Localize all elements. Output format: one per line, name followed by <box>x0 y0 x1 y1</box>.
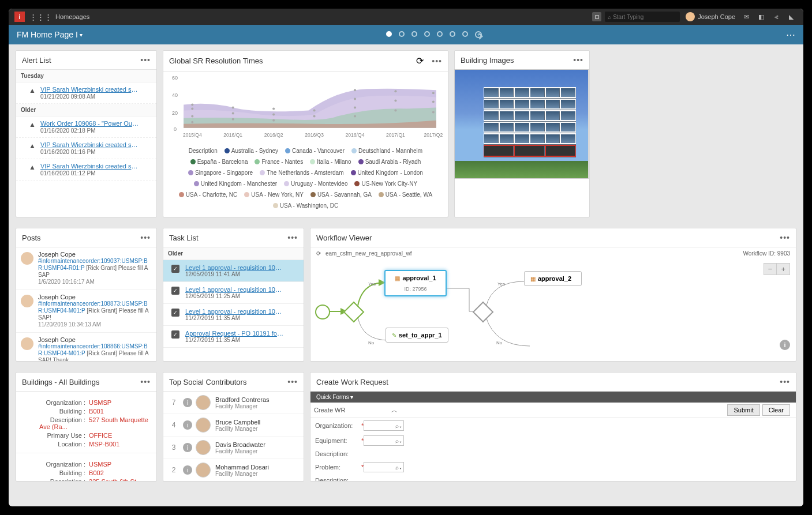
legend-item[interactable]: USA - Seattle, WA <box>379 191 432 198</box>
page-dot[interactable] <box>424 31 430 37</box>
user-menu[interactable]: Joseph Cope <box>686 12 735 21</box>
widget-menu-icon[interactable]: ••• <box>432 57 442 66</box>
homepages-link[interactable]: Homepages <box>55 13 89 20</box>
post-text[interactable]: #informaintenanceorder:108866:USMSP:BR:U… <box>38 343 151 362</box>
legend-item[interactable]: USA - Savannah, GA <box>310 191 372 198</box>
mail-icon[interactable]: ✉ <box>740 12 753 22</box>
legend-item[interactable]: Australia - Sydney <box>224 148 278 154</box>
legend-item[interactable]: Saudi Arabia - Riyadh <box>358 159 421 165</box>
org-lookup[interactable]: ⌕▾ <box>364 420 404 431</box>
page-dots[interactable]: + <box>386 31 482 38</box>
widget-menu-icon[interactable]: ••• <box>287 233 298 242</box>
task-row[interactable]: ✓Level 1 approval - requisition 10305, s… <box>163 260 304 282</box>
post-item[interactable]: Joseph Cope#informaintenanceorder:109037… <box>16 247 156 290</box>
wf-node-approval1[interactable]: ▦approval_1 ID: 27956 <box>384 270 447 296</box>
quick-forms-bar[interactable]: Quick Forms ▾ <box>310 392 796 403</box>
legend-item[interactable]: US-New York City-NY <box>354 181 417 187</box>
contributor-name: Mohammad Dosari <box>215 464 269 471</box>
alert-row[interactable]: ▲ VIP Sarah Wierzbinski created service … <box>16 138 156 159</box>
task-link[interactable]: Approval Request - PO 10191 for supplier… <box>185 330 283 337</box>
page-add-icon[interactable]: + <box>475 31 482 38</box>
problem-lookup[interactable]: ⌕▾ <box>364 462 404 472</box>
legend-item[interactable]: Singapore - Singapore <box>188 170 253 176</box>
post-item[interactable]: Joseph Cope#informaintenanceorder:108866… <box>16 333 156 362</box>
widget-menu-icon[interactable]: ••• <box>140 377 151 386</box>
page-title-menu-icon[interactable]: ▾ <box>80 32 83 38</box>
svg-text:40: 40 <box>172 92 178 98</box>
contributor-row[interactable]: 3iDavis BroadwaterFacility Manager <box>163 437 304 459</box>
page-dot[interactable] <box>450 31 455 37</box>
legend-item[interactable]: United Kingdom - Manchester <box>194 181 277 187</box>
legend-item[interactable]: USA - New York, NY <box>244 191 304 198</box>
refresh-icon[interactable]: ⟳ <box>316 250 321 257</box>
legend-item[interactable]: United Kingdom - London <box>351 170 423 176</box>
widget-menu-icon[interactable]: ••• <box>573 55 583 65</box>
page-dot[interactable] <box>462 31 468 37</box>
contributor-count: 2 <box>168 466 179 474</box>
alert-link[interactable]: VIP Sarah Wierzbinski created service re… <box>40 163 139 170</box>
contributor-row[interactable]: 7iBradford ContrerasFacility Manager <box>163 392 304 414</box>
alert-link[interactable]: VIP Sarah Wierzbinski created service re… <box>40 141 139 148</box>
building-item[interactable]: Organization : USMSPBuilding : B002Descr… <box>16 453 156 482</box>
legend-item[interactable]: Uruguay - Montevideo <box>284 181 347 187</box>
page-dot[interactable] <box>437 31 443 37</box>
info-icon[interactable]: i <box>780 340 790 350</box>
task-row[interactable]: ✓Approval Request - PO 10191 for supplie… <box>163 326 304 348</box>
page-title[interactable]: FM Home Page I <box>17 30 78 39</box>
legend-item[interactable]: France - Nantes <box>255 159 303 165</box>
contributor-row[interactable]: 2iMohammad DosariFacility Manager <box>163 459 304 482</box>
building-photo <box>454 69 589 179</box>
search-box[interactable]: ⌕ <box>605 12 680 22</box>
info-icon[interactable]: i <box>183 420 192 430</box>
submit-button[interactable]: Submit <box>727 404 759 416</box>
apps-icon[interactable]: ⋮⋮⋮ <box>29 13 52 21</box>
widget-menu-icon[interactable]: ••• <box>780 233 790 242</box>
widget-menu-icon[interactable]: ••• <box>140 233 151 242</box>
info-icon[interactable]: i <box>183 398 192 407</box>
alert-link[interactable]: Work Order 109068 - "Power Outage [SR1..… <box>40 120 139 127</box>
legend-item[interactable]: España - Barcelona <box>190 159 248 165</box>
wf-node-approval2[interactable]: ▦approval_2 <box>524 271 582 286</box>
alert-row[interactable]: ▲ VIP Sarah Wierzbinski created service … <box>16 82 156 104</box>
task-row[interactable]: ✓Level 1 approval - requisition 10300, s… <box>163 304 304 326</box>
workflow-canvas[interactable]: −+ Yes No ▦approval_1 ID: 27956 <box>310 260 796 355</box>
collapse-icon[interactable]: ︿ <box>391 406 398 415</box>
bookmark-icon[interactable]: ◣ <box>785 12 798 22</box>
task-link[interactable]: Level 1 approval - requisition 10305, su… <box>185 264 283 271</box>
task-link[interactable]: Level 1 approval - requisition 10300, su… <box>185 308 283 315</box>
refresh-icon[interactable]: ⟳ <box>416 56 424 66</box>
search-input[interactable] <box>613 14 677 20</box>
chat-icon[interactable]: ◧ <box>755 12 768 22</box>
alert-row[interactable]: ▲ Work Order 109068 - "Power Outage [SR1… <box>16 116 156 138</box>
stop-icon[interactable] <box>592 12 601 21</box>
share-icon[interactable]: ⪡ <box>770 12 783 22</box>
legend-item[interactable]: Italia - Milano <box>310 159 351 165</box>
band-menu-icon[interactable]: ⋯ <box>786 29 795 40</box>
info-icon[interactable]: i <box>183 465 192 475</box>
contributor-row[interactable]: 4iBruce CampbellFacility Manager <box>163 414 304 437</box>
post-text[interactable]: #informaintenanceorder:108873:USMSP:BR:U… <box>38 300 151 321</box>
legend-item[interactable]: USA - Charlotte, NC <box>179 191 237 198</box>
page-dot[interactable] <box>386 31 392 37</box>
widget-menu-icon[interactable]: ••• <box>780 377 790 386</box>
widget-menu-icon[interactable]: ••• <box>287 377 298 386</box>
equipment-lookup[interactable]: ⌕▾ <box>364 435 404 446</box>
widget-menu-icon[interactable]: ••• <box>140 55 151 65</box>
post-item[interactable]: Joseph Cope#informaintenanceorder:108873… <box>16 290 156 333</box>
legend-item[interactable]: The Netherlands - Amsterdam <box>260 170 343 176</box>
clear-button[interactable]: Clear <box>762 404 790 416</box>
page-dot[interactable] <box>399 31 405 37</box>
wf-node-setappr[interactable]: ✎set_to_appr_1 <box>386 328 448 343</box>
legend-item[interactable]: Canada - Vancouver <box>285 148 345 154</box>
legend-item[interactable]: Deutschland - Mannheim <box>351 148 422 154</box>
building-item[interactable]: Organization : USMSPBuilding : B001Descr… <box>16 392 156 453</box>
alert-link[interactable]: VIP Sarah Wierzbinski created service re… <box>40 86 139 93</box>
post-text[interactable]: #informaintenanceorder:109037:USMSP:BR:U… <box>38 258 151 279</box>
page-dot[interactable] <box>411 31 417 37</box>
task-row[interactable]: ✓Level 1 approval - requisition 10304, s… <box>163 282 304 304</box>
info-icon[interactable]: i <box>183 443 192 452</box>
wf-start-node[interactable] <box>315 305 330 319</box>
legend-item[interactable]: USA - Washington, DC <box>273 202 338 209</box>
alert-row[interactable]: ▲ VIP Sarah Wierzbinski created service … <box>16 159 156 181</box>
task-link[interactable]: Level 1 approval - requisition 10304, su… <box>185 286 283 293</box>
